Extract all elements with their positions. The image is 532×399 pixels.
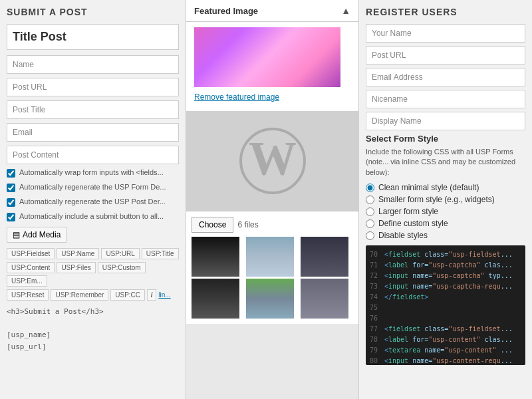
nicename-field: Nicename [366,90,525,108]
tag-usp-name[interactable]: USP:Name [57,248,99,259]
wordpress-logo-area: W [186,111,358,211]
post-content-field: Post Content [7,146,179,164]
radio-larger-form: Larger form style [366,207,525,216]
tag-usp-reset[interactable]: USP:Reset [7,289,49,301]
tag-usp-cc[interactable]: USP:CC [110,289,145,301]
svg-text:W: W [249,132,297,185]
thumbnail-5[interactable] [246,279,294,319]
radio-larger-form-label: Larger form style [378,207,438,216]
tag-usp-fieldset[interactable]: USP:Fieldset [7,248,55,259]
radio-larger-form-input[interactable] [366,207,374,216]
code-line-77: 77<fieldset class="usp-fieldset... [370,324,521,334]
remove-featured-image-link[interactable]: Remove featured image [194,92,350,102]
checkbox-1[interactable] [7,169,15,178]
code-line-2 [7,318,179,330]
radio-clean-minimal-label: Clean minimal style (default) [378,183,479,192]
tag-usp-files[interactable]: USP:Files [57,262,95,273]
code-line-75: 75 [370,303,521,313]
add-media-button[interactable]: ▤ Add Media [7,227,66,243]
thumbnail-3[interactable] [301,237,348,277]
code-line-3: [usp_name] [7,329,179,341]
code-line-78: 78<label for="usp-content" clas... [370,334,521,345]
post-url-field: Post URL [7,78,179,96]
code-line-72: 72<input name="usp-captcha" typ... [370,271,521,281]
tag-usp-url[interactable]: USP:URL [101,248,139,259]
tag-group-1: USP:Fieldset USP:Name USP:URL USP:Title [7,248,179,259]
code-line-1: <h3>Submit a Post</h3> [7,306,179,318]
choose-files-label: Choose [199,220,226,229]
tag-group-3: USP:Reset USP:Remember USP:CC i lin... [7,289,179,301]
checkbox-4[interactable] [7,213,15,221]
italic-button[interactable]: i [147,289,156,301]
file-chooser-area: Choose 6 files [186,211,358,324]
featured-image-header: Featured Image ▲ [186,0,358,22]
add-media-icon: ▤ [13,230,20,239]
thumbnail-4[interactable] [192,279,239,319]
checkbox-row-2: Automatically regenerate the USP Form De… [7,183,179,192]
close-featured-image-button[interactable]: ▲ [341,5,350,16]
tag-usp-content[interactable]: USP:Content [7,262,55,273]
radio-clean-minimal: Clean minimal style (default) [366,183,525,192]
checkbox-label-1: Automatically wrap form inputs with <fie… [19,168,164,176]
email-address-field: Email Address [366,68,525,86]
radio-define-custom: Define custom style [366,219,525,228]
code-line-80: 80<input name="usp-content-requ... [370,356,521,365]
radio-disable-styles-input[interactable] [366,231,374,240]
tag-usp-em[interactable]: USP:Em... [7,275,47,287]
left-panel: SUBMIT A POST Title Post Name Post URL P… [0,0,186,399]
code-line-71: 71<label for="usp-captcha" clas... [370,260,521,271]
radio-smaller-form-label: Smaller form style (e.g., widgets) [378,195,495,204]
code-line-4: [usp_url] [7,341,179,353]
thumbnail-1[interactable] [192,237,239,277]
code-line-70: 70<fieldset class="usp-fieldset... [370,249,521,260]
featured-image-container: Remove featured image [186,22,358,111]
checkbox-row-1: Automatically wrap form inputs with <fie… [7,168,179,178]
right-panel: REGISTER USERS Your Name Post URL Email … [359,0,532,399]
name-field: Name [7,55,179,74]
select-form-style-title: Select Form Style [366,134,525,144]
thumbnail-grid [192,237,353,319]
radio-disable-styles-label: Disable styles [378,231,428,240]
code-line-74: 74</fieldset> [370,292,521,303]
featured-image-preview [194,27,340,87]
featured-image-title: Featured Image [194,6,258,16]
checkbox-row-3: Automatically regenerate the USP Post De… [7,198,179,207]
middle-panel: Featured Image ▲ Remove featured image W… [186,0,359,399]
thumbnail-6[interactable] [301,279,348,319]
code-panel: 70<fieldset class="usp-fieldset... 71<la… [366,245,525,365]
reg-post-url-field: Post URL [366,46,525,65]
radio-smaller-form: Smaller form style (e.g., widgets) [366,195,525,204]
tag-usp-remember[interactable]: USP:Remember [51,289,108,301]
style-description: Include the following CSS with all USP F… [366,147,525,178]
display-name-field: Display Name [366,112,525,130]
radio-clean-minimal-input[interactable] [366,184,374,192]
post-title-field: Post Title [7,100,179,119]
thumbnail-2[interactable] [246,237,294,277]
add-media-label: Add Media [23,230,61,239]
submit-post-title: SUBMIT A POST [7,7,179,17]
checkbox-label-2: Automatically regenerate the USP Form De… [19,183,166,191]
checkbox-row-4: Automatically include a submit button to… [7,212,179,221]
your-name-field: Your Name [366,24,525,43]
radio-define-custom-label: Define custom style [378,219,448,228]
email-field: Email [7,123,179,142]
radio-define-custom-input[interactable] [366,219,374,228]
checkbox-label-4: Automatically include a submit button to… [19,212,164,220]
tag-group-2: USP:Content USP:Files USP:Custom USP:Em.… [7,262,179,287]
code-line-76: 76 [370,313,521,324]
code-line-79: 79<textarea name="usp-content" ... [370,345,521,356]
code-line-73: 73<input name="usp-captcha-requ... [370,281,521,292]
tag-usp-title[interactable]: USP:Title [142,248,179,259]
code-block: <h3>Submit a Post</h3> [usp_name] [usp_u… [7,306,179,352]
checkbox-2[interactable] [7,184,15,192]
checkbox-label-3: Automatically regenerate the USP Post De… [19,198,166,205]
choose-files-button[interactable]: Choose [192,217,233,233]
title-post-display: Title Post [7,24,179,50]
radio-smaller-form-input[interactable] [366,196,374,204]
file-count: 6 files [237,220,258,229]
link-button[interactable]: lin... [158,289,170,301]
register-users-title: REGISTER USERS [366,7,525,17]
tag-usp-custom[interactable]: USP:Custom [98,262,146,273]
checkbox-3[interactable] [7,198,15,207]
wordpress-logo: W [239,128,306,194]
